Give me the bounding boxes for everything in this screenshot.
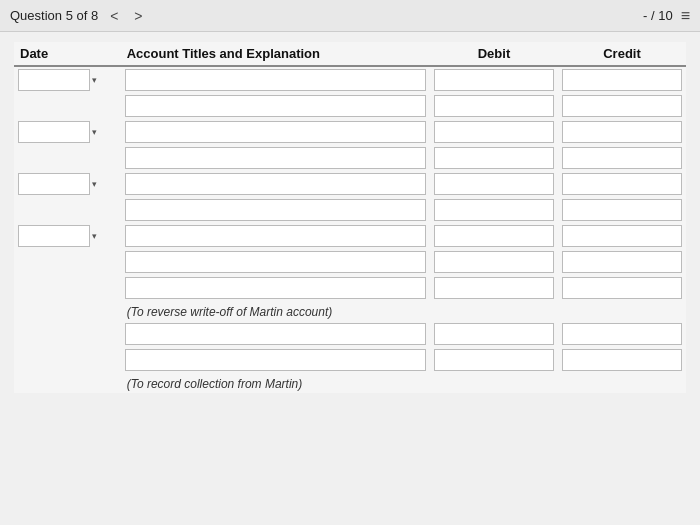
top-bar-right: - / 10 ≡ [643, 7, 690, 25]
debit-input-4-2[interactable] [434, 251, 554, 273]
account-input-4-3[interactable] [125, 277, 426, 299]
date-cell-4: ▾ [18, 225, 117, 247]
date-cell-1: ▾ [18, 69, 117, 91]
question-label: Question 5 of 8 [10, 8, 98, 23]
note-1-text: (To reverse write-off of Martin account) [127, 305, 333, 319]
top-bar-left: Question 5 of 8 < > [10, 6, 147, 26]
credit-input-2-2[interactable] [562, 147, 682, 169]
main-content: Date Account Titles and Explanation Debi… [0, 32, 700, 525]
header-account: Account Titles and Explanation [121, 42, 430, 66]
debit-input-1-1[interactable] [434, 69, 554, 91]
debit-input-3-2[interactable] [434, 199, 554, 221]
next-button[interactable]: > [130, 6, 146, 26]
dropdown-arrow-2[interactable]: ▾ [92, 127, 97, 137]
debit-input-5-2[interactable] [434, 349, 554, 371]
date-cell-2: ▾ [18, 121, 117, 143]
credit-input-1-2[interactable] [562, 95, 682, 117]
credit-input-4-1[interactable] [562, 225, 682, 247]
score-label: - / 10 [643, 8, 673, 23]
table-row [14, 93, 686, 119]
debit-input-5-1[interactable] [434, 323, 554, 345]
account-input-1-2[interactable] [125, 95, 426, 117]
dropdown-arrow-1[interactable]: ▾ [92, 75, 97, 85]
debit-input-3-1[interactable] [434, 173, 554, 195]
debit-input-2-2[interactable] [434, 147, 554, 169]
account-input-5-1[interactable] [125, 323, 426, 345]
credit-input-4-3[interactable] [562, 277, 682, 299]
credit-input-2-1[interactable] [562, 121, 682, 143]
credit-input-4-2[interactable] [562, 251, 682, 273]
date-input-1[interactable] [18, 69, 90, 91]
table-row [14, 347, 686, 373]
table-row [14, 321, 686, 347]
credit-input-3-1[interactable] [562, 173, 682, 195]
table-row [14, 197, 686, 223]
header-date: Date [14, 42, 121, 66]
date-input-4[interactable] [18, 225, 90, 247]
date-input-3[interactable] [18, 173, 90, 195]
account-input-5-2[interactable] [125, 349, 426, 371]
note-2-text: (To record collection from Martin) [127, 377, 303, 391]
header-credit: Credit [558, 42, 686, 66]
menu-icon[interactable]: ≡ [681, 7, 690, 25]
table-row: ▾ [14, 171, 686, 197]
header-debit: Debit [430, 42, 558, 66]
table-row: ▾ [14, 119, 686, 145]
account-input-4-2[interactable] [125, 251, 426, 273]
dropdown-arrow-4[interactable]: ▾ [92, 231, 97, 241]
table-row [14, 145, 686, 171]
debit-input-4-3[interactable] [434, 277, 554, 299]
journal-table: Date Account Titles and Explanation Debi… [14, 42, 686, 393]
table-row: ▾ [14, 223, 686, 249]
date-input-2[interactable] [18, 121, 90, 143]
account-input-2-1[interactable] [125, 121, 426, 143]
note-row-1: (To reverse write-off of Martin account) [14, 301, 686, 321]
account-input-2-2[interactable] [125, 147, 426, 169]
credit-input-5-1[interactable] [562, 323, 682, 345]
note-row-2: (To record collection from Martin) [14, 373, 686, 393]
table-row [14, 275, 686, 301]
date-cell-3: ▾ [18, 173, 117, 195]
credit-input-3-2[interactable] [562, 199, 682, 221]
table-row: ▾ [14, 66, 686, 93]
debit-input-1-2[interactable] [434, 95, 554, 117]
account-input-4-1[interactable] [125, 225, 426, 247]
account-input-3-2[interactable] [125, 199, 426, 221]
account-input-1-1[interactable] [125, 69, 426, 91]
prev-button[interactable]: < [106, 6, 122, 26]
debit-input-4-1[interactable] [434, 225, 554, 247]
account-input-3-1[interactable] [125, 173, 426, 195]
credit-input-1-1[interactable] [562, 69, 682, 91]
dropdown-arrow-3[interactable]: ▾ [92, 179, 97, 189]
credit-input-5-2[interactable] [562, 349, 682, 371]
debit-input-2-1[interactable] [434, 121, 554, 143]
table-row [14, 249, 686, 275]
top-bar: Question 5 of 8 < > - / 10 ≡ [0, 0, 700, 32]
